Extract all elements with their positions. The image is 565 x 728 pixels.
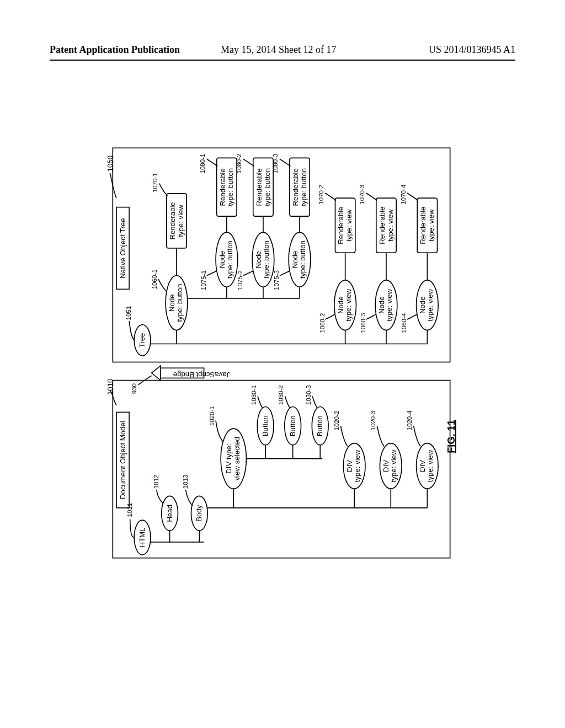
- dom-btn2-label: Button: [289, 415, 297, 436]
- svg-text:Node: Node: [418, 296, 427, 314]
- native-rend4-ref: 1070-4: [400, 184, 407, 205]
- svg-text:Node: Node: [377, 296, 386, 314]
- svg-text:Renderable: Renderable: [218, 168, 227, 206]
- native-node1-ref: 1060-1: [151, 269, 158, 289]
- svg-text:type: button: type: button: [226, 168, 234, 206]
- dom-btn2-ref: 1030-2: [278, 385, 284, 405]
- svg-text:type: view: type: view: [345, 209, 353, 242]
- svg-text:DIV: DIV: [418, 460, 427, 472]
- svg-text:Node: Node: [254, 251, 263, 269]
- native-sub3-ref: 1075-3: [273, 270, 280, 290]
- native-node3-ref: 1060-3: [360, 313, 366, 333]
- native-ref: 1050: [106, 156, 114, 172]
- svg-text:Renderable: Renderable: [291, 168, 300, 206]
- svg-text:type: view: type: view: [385, 288, 393, 321]
- native-node4-ref: 1060-4: [401, 313, 407, 333]
- svg-text:type: button: type: button: [226, 240, 234, 279]
- header-mid: May 15, 2014 Sheet 12 of 17: [221, 44, 336, 56]
- bridge-ref: 930: [131, 383, 137, 394]
- native-sub2-ref: 1075-2: [237, 270, 243, 290]
- native-title: Native Object Tree: [119, 218, 127, 278]
- dom-head-ref: 1012: [153, 474, 159, 489]
- svg-text:type: view: type: view: [390, 449, 398, 482]
- dom-btn3-ref: 1030-3: [305, 385, 312, 405]
- header-rule: [50, 60, 515, 61]
- dom-html-label: HTML: [138, 528, 146, 548]
- dom-div3-ref: 1020-3: [370, 410, 376, 430]
- dom-html-ref: 1011: [126, 503, 133, 517]
- dom-btn1-ref: 1030-1: [250, 385, 257, 405]
- svg-text:type: view: type: view: [426, 449, 434, 482]
- dom-div1-label-l1: DIV type:: [225, 443, 233, 473]
- native-rend2-ref: 1070-2: [318, 185, 324, 205]
- svg-text:type: view: type: view: [344, 288, 353, 321]
- dom-btn1-label: Button: [261, 415, 269, 436]
- dom-body-label: Body: [195, 505, 203, 521]
- svg-text:DIV: DIV: [345, 460, 354, 472]
- figure-rotated-container: Document Object Model 1010 HTML 1011 Hea…: [28, 143, 535, 563]
- native-rsub2-ref: 1080-2: [236, 154, 242, 174]
- dom-head-label: Head: [166, 505, 174, 522]
- dom-body-ref: 1013: [182, 474, 189, 489]
- figure-svg: Document Object Model 1010 HTML 1011 Hea…: [28, 143, 535, 563]
- svg-text:type: button: type: button: [262, 240, 270, 279]
- svg-text:type: button: type: button: [175, 284, 184, 322]
- svg-text:Renderable: Renderable: [337, 207, 345, 244]
- svg-text:Node: Node: [168, 294, 176, 312]
- native-tree-ref: 1051: [125, 306, 132, 320]
- native-rend3-ref: 1070-3: [359, 185, 365, 205]
- svg-text:Renderable: Renderable: [419, 207, 427, 244]
- svg-text:DIV: DIV: [382, 460, 390, 472]
- header-right: US 2014/0136945 A1: [429, 44, 515, 56]
- native-node2-ref: 1060-2: [319, 313, 326, 333]
- figure-caption: FIG. 11: [446, 420, 457, 453]
- page: Patent Application Publication May 15, 2…: [0, 0, 565, 728]
- bridge-label: JavaScript Bridge: [173, 371, 230, 379]
- svg-text:Node: Node: [291, 251, 299, 269]
- dom-div1-label-l2: view selected: [233, 437, 241, 480]
- svg-text:type: view: type: view: [386, 209, 395, 242]
- svg-text:type: view: type: view: [353, 449, 361, 482]
- native-sub1-ref: 1075-1: [200, 270, 207, 290]
- dom-ref: 1010: [106, 379, 114, 395]
- bridge-head: [152, 366, 161, 380]
- dom-title: Document Object Model: [119, 421, 127, 499]
- svg-text:type: view: type: view: [177, 205, 185, 237]
- svg-text:Node: Node: [337, 296, 345, 314]
- native-rsub3-ref: 1080-3: [272, 154, 279, 174]
- svg-text:Renderable: Renderable: [255, 168, 263, 206]
- dom-btn3-label: Button: [316, 415, 324, 436]
- native-rend1-ref: 1070-1: [152, 173, 158, 192]
- svg-text:type: button: type: button: [299, 240, 307, 279]
- svg-text:Renderable: Renderable: [378, 207, 386, 244]
- native-rsub1-ref: 1080-1: [199, 154, 206, 174]
- dom-div4-ref: 1020-4: [406, 410, 413, 431]
- svg-text:type: button: type: button: [263, 168, 271, 206]
- native-tree-label: Tree: [138, 333, 146, 348]
- dom-div1-ref: 1020-1: [209, 406, 215, 426]
- dom-panel: Document Object Model 1010 HTML 1011 Hea…: [106, 379, 450, 558]
- svg-text:type: view: type: view: [426, 288, 434, 321]
- svg-text:Node: Node: [218, 251, 226, 269]
- native-panel-border: [113, 148, 450, 362]
- svg-text:Renderable: Renderable: [168, 202, 177, 239]
- svg-text:type: view: type: view: [427, 209, 435, 242]
- dom-div2-ref: 1020-2: [333, 410, 340, 430]
- native-panel: Native Object Tree 1050 Tree 1051 Node t…: [106, 148, 450, 362]
- header-left: Patent Application Publication: [50, 44, 180, 56]
- svg-text:type: button: type: button: [300, 168, 308, 206]
